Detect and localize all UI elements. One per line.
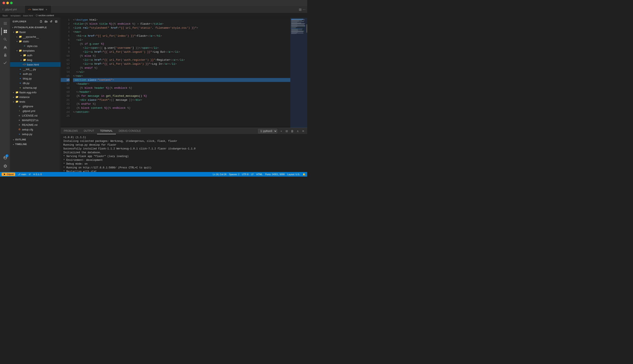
new-folder-icon[interactable]: 🗁 [44, 20, 48, 24]
statusbar-spaces[interactable]: Spaces: 2 [229, 173, 239, 176]
templates-label: templates [23, 49, 59, 52]
code-editor[interactable]: <!doctype html> <title>{% block title %}… [71, 18, 290, 128]
dbpy-spacer [15, 81, 19, 85]
tab-output[interactable]: OUTPUT [81, 128, 97, 134]
maximize-panel-button[interactable]: ∧ [295, 129, 300, 134]
tree-project-root[interactable]: ▾ PYTHON-FLASK-EXAMPLE [10, 25, 61, 30]
line-ending-text: LF [251, 173, 254, 176]
activity-extensions-icon[interactable] [1, 60, 9, 67]
gitpodyml-label: .gitpod.yml [22, 110, 59, 112]
tree-item-gitignore[interactable]: ◆ .gitignore [10, 104, 61, 108]
pycache-folder-icon: 📁 [19, 35, 22, 38]
tree-item-license[interactable]: ≡ LICENSE.rst [10, 113, 61, 118]
sidebar-title: EXPLORER [13, 20, 26, 23]
manifest-spacer [14, 118, 18, 122]
breadcrumb-part-1[interactable]: flaskr [3, 14, 8, 17]
branch-icon: ⎇ [18, 173, 21, 176]
minimize-button[interactable] [6, 2, 9, 4]
more-actions-icon[interactable]: ··· [303, 8, 305, 12]
close-button[interactable] [3, 2, 5, 4]
activity-account-icon[interactable]: 1 [1, 154, 9, 162]
statusbar-line-ending[interactable]: LF [251, 173, 254, 176]
statusbar-left: Gitpod ⎇ main ↺ ✕ 0 ⚠ 0 [2, 172, 42, 176]
editor-layout-icon[interactable]: ⊞ [299, 8, 301, 12]
statusbar-notifications[interactable]: 🔔 [302, 173, 305, 176]
tree-item-basehtml[interactable]: </> base.html [10, 62, 61, 67]
editor-main[interactable]: 1 2 3 4 5 6 7 8 9 10 11 12 13 14 15 16 1 [61, 18, 307, 128]
statusbar-ports[interactable]: Ports: 34951, 5000 [265, 173, 285, 176]
app: ! .gitpod.yml </> base.html ✕ ⊞ ··· flas… [0, 6, 307, 177]
close-panel-button[interactable]: ✕ [301, 129, 305, 134]
window-controls[interactable] [3, 2, 13, 4]
init-spacer [15, 68, 19, 71]
new-file-icon[interactable]: 🗋 [39, 20, 43, 24]
stylecss-label: style.css [27, 44, 59, 48]
tree-item-init[interactable]: ● __init__.py [10, 67, 61, 72]
tab-terminal[interactable]: TERMINAL [97, 128, 116, 134]
tree-item-setupcfg[interactable]: ⚙ setup.cfg [10, 127, 61, 132]
tree-item-manifest[interactable]: ≡ MANIFEST.in [10, 118, 61, 122]
activity-menu-icon[interactable] [1, 20, 9, 27]
tree-item-tests[interactable]: ▸ 📁 tests [10, 99, 61, 104]
code-line-17: <header> [73, 82, 290, 86]
tree-item-flaskr[interactable]: ▾ 📁 flaskr [10, 30, 61, 34]
svg-rect-1 [4, 23, 7, 24]
tree-item-auth[interactable]: ▸ 📁 auth [10, 53, 61, 58]
tree-item-pycache[interactable]: ▸ 📁 __pycache__ [10, 34, 61, 39]
tab-basehtml[interactable]: </> base.html ✕ [25, 6, 51, 13]
terminal-content[interactable]: =1.0.0) (1.1.1) Installing collected pac… [61, 134, 307, 172]
tree-item-setuppy[interactable]: ● setup.py [10, 132, 61, 136]
split-terminal-button[interactable]: ⊞ [284, 129, 289, 134]
statusbar-errors[interactable]: ✕ 0 ⚠ 0 [33, 173, 42, 176]
activity-settings-icon[interactable] [1, 162, 9, 170]
statusbar-encoding[interactable]: UTF-8 [242, 173, 248, 176]
statusbar-sync[interactable]: ↺ [29, 173, 31, 176]
activity-debug-icon[interactable] [1, 52, 9, 59]
tab-problems[interactable]: PROBLEMS [61, 128, 81, 134]
tests-expand-icon: ▸ [12, 100, 15, 103]
breadcrumb-part-2[interactable]: templates [11, 14, 21, 17]
readme-icon: ≡ [18, 123, 21, 126]
tree-item-authpy[interactable]: ● auth.py [10, 72, 61, 76]
breadcrumb-sep-3: › [34, 14, 35, 17]
tree-item-blogpy[interactable]: ● blog.py [10, 76, 61, 81]
tree-outline-header[interactable]: ▸ OUTLINE [10, 137, 61, 142]
dbpy-icon: ● [19, 81, 22, 85]
collapse-all-icon[interactable]: ⊟ [54, 20, 58, 24]
gitpod-button[interactable]: Gitpod [2, 172, 15, 176]
basehtml-tab-close[interactable]: ✕ [45, 8, 48, 11]
tab-debug-console[interactable]: DEBUG CONSOLE [116, 128, 144, 134]
kill-terminal-button[interactable]: 🗑 [290, 129, 294, 134]
statusbar-branch[interactable]: ⎇ main [18, 173, 26, 176]
tree-item-stylecss[interactable]: # style.css [10, 44, 61, 48]
tree-item-instance[interactable]: ▸ 📁 instance [10, 95, 61, 99]
tree-timeline-header[interactable]: ▸ TIMELINE [10, 142, 61, 146]
tree-item-schemasql[interactable]: ≡ schema.sql [10, 85, 61, 90]
tree-item-blog[interactable]: ▸ 📁 blog [10, 58, 61, 62]
breadcrumb-part-3[interactable]: base.html [23, 14, 33, 17]
tree-item-gitpodyml[interactable]: ! .gitpod.yml [10, 108, 61, 113]
tab-gitpod[interactable]: ! .gitpod.yml [0, 6, 25, 13]
statusbar-line-col[interactable]: Ln 16, Col 26 [213, 173, 226, 176]
maximize-button[interactable] [10, 2, 13, 4]
manifest-label: MANIFEST.in [22, 119, 59, 122]
license-icon: ≡ [18, 114, 21, 117]
gitpod-label: Gitpod [7, 173, 14, 176]
tree-item-readme[interactable]: ≡ README.rst [10, 122, 61, 127]
tree-item-dbpy[interactable]: ● db.py [10, 81, 61, 85]
breadcrumb-part-4[interactable]: ⬡ section.content [36, 14, 54, 17]
terminal-shell-select[interactable]: 1: python3 [258, 129, 277, 134]
new-terminal-button[interactable]: + [279, 129, 283, 134]
tree-item-templates[interactable]: ▾ 📁 templates [10, 48, 61, 53]
code-line-8: <li><span>{{ g.user['username'] }}</span… [73, 46, 290, 50]
activity-explorer-icon[interactable] [1, 28, 9, 35]
statusbar-language[interactable]: HTML [256, 173, 263, 176]
activity-search-icon[interactable] [1, 36, 9, 43]
activity-git-icon[interactable] [1, 44, 9, 51]
refresh-icon[interactable]: ↺ [49, 20, 53, 24]
tree-item-egginfodir[interactable]: ▸ 📁 flaskr.egg-info [10, 90, 61, 95]
tree-item-static[interactable]: ▾ 📁 static [10, 39, 61, 44]
schemasql-label: schema.sql [23, 86, 59, 89]
statusbar-layout[interactable]: Layout: U.S. [287, 173, 300, 176]
terminal-line-8: * Debug mode: on [63, 162, 305, 166]
